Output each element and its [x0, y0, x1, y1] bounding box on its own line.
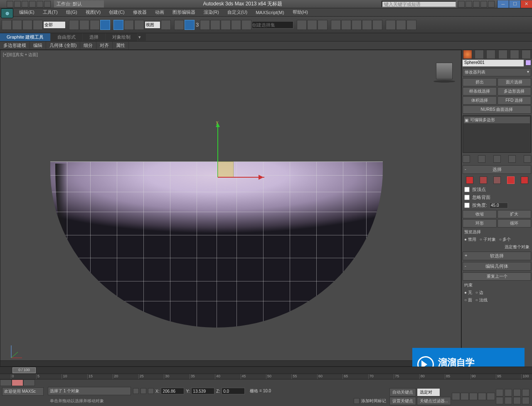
x-coord-input[interactable] — [161, 388, 184, 394]
constrain-none-radio[interactable]: ● 无 — [464, 290, 472, 296]
selection-lock-icon[interactable] — [148, 388, 154, 394]
keyboard-shortcut-icon[interactable] — [185, 20, 195, 30]
mirror-icon[interactable] — [297, 20, 307, 30]
workspace-selector[interactable]: 工作台: 默认 — [54, 0, 104, 7]
nav-pan-icon[interactable] — [496, 389, 503, 396]
timeline-ruler[interactable]: 0510152025303540455055606570758085909510… — [0, 374, 532, 379]
mod-volsel-button[interactable]: 体积选择 — [463, 96, 497, 105]
preview-subobj-radio[interactable]: ○ 子对象 — [480, 237, 496, 242]
ignoreback-checkbox[interactable] — [464, 195, 470, 200]
select-region-icon[interactable] — [90, 20, 100, 30]
ribbon-polymodel[interactable]: 多边形建模 — [0, 42, 30, 49]
pin-stack-icon[interactable] — [463, 155, 470, 163]
maximize-button[interactable]: ☐ — [509, 0, 520, 8]
trackbar-toggle2[interactable] — [12, 379, 23, 386]
object-name-field[interactable]: Sphere001 — [463, 60, 524, 66]
cp-tab-utilities-icon[interactable] — [522, 50, 531, 59]
curve-editor-icon[interactable] — [331, 20, 341, 30]
repeat-last-button[interactable]: 重复上一个 — [463, 272, 531, 281]
ribbon-subdiv[interactable]: 细分 — [80, 42, 96, 49]
menu-help[interactable]: 帮助(H) — [288, 8, 312, 16]
cp-tab-create-icon[interactable] — [463, 50, 472, 59]
help-icon[interactable] — [488, 1, 495, 7]
move-icon[interactable] — [113, 20, 123, 30]
so-edge-icon[interactable] — [480, 176, 487, 184]
ribbon-edit[interactable]: 编辑 — [30, 42, 46, 49]
nav-orbit-icon[interactable] — [505, 397, 512, 404]
layers-icon[interactable] — [318, 20, 328, 30]
ribbon-align[interactable]: 对齐 — [96, 42, 113, 49]
window-crossing-icon[interactable] — [100, 20, 110, 30]
keyfilter-button[interactable]: 关键点过滤器... — [417, 397, 451, 405]
so-border-icon[interactable] — [493, 176, 501, 184]
grow-button[interactable]: 扩大 — [498, 210, 532, 218]
editset-icon[interactable] — [241, 20, 251, 30]
object-color-swatch[interactable] — [525, 60, 531, 66]
menu-grapheditors[interactable]: 图形编辑器 — [168, 8, 200, 16]
pivot-icon[interactable] — [161, 20, 171, 30]
qat-redo-icon[interactable] — [37, 1, 43, 7]
ribbon-props[interactable]: 属性 — [113, 42, 129, 49]
timetag-icon[interactable] — [354, 398, 360, 404]
snap-icon[interactable] — [200, 20, 210, 30]
goto-start-icon[interactable] — [452, 393, 460, 400]
qat-undo-icon[interactable] — [29, 1, 36, 7]
menu-views[interactable]: 视图(V) — [81, 8, 105, 16]
spinner-snap-icon[interactable] — [231, 20, 241, 30]
timetag-label[interactable]: 添加时间标记 — [361, 398, 386, 404]
constrain-edge-radio[interactable]: ○ 边 — [475, 290, 483, 296]
menu-group[interactable]: 组(G) — [62, 8, 81, 16]
ring-button[interactable]: 环形 — [463, 219, 497, 227]
play-icon[interactable] — [469, 393, 478, 400]
setkey-button[interactable]: 设置关键点 — [389, 397, 416, 405]
ribbon-tab-freeform[interactable]: 自由形式 — [51, 33, 82, 41]
so-polygon-icon[interactable] — [507, 176, 515, 184]
render-prod-icon[interactable] — [386, 20, 396, 30]
modifier-list-dropdown[interactable]: 修改器列表▾ — [463, 68, 531, 76]
ribbon-tab-objectpaint[interactable]: 对象绘制 — [106, 33, 137, 41]
preview-multi-radio[interactable]: ○ 多个 — [499, 237, 511, 242]
qat-new-icon[interactable] — [7, 1, 13, 7]
rollout-softsel[interactable]: +软选择 — [463, 252, 531, 260]
viewport-front[interactable]: [+][前][真实 + 边面] y — [0, 50, 461, 367]
angle-snap-icon[interactable] — [210, 20, 220, 30]
viewport-scrollbar[interactable] — [0, 360, 461, 366]
manipulate-icon[interactable] — [174, 20, 184, 30]
percent-snap-icon[interactable] — [221, 20, 231, 30]
redo-icon[interactable] — [12, 20, 22, 30]
menu-tools[interactable]: 工具(T) — [39, 8, 62, 16]
mod-nurbssel-button[interactable]: NURBS 曲面选择 — [463, 105, 531, 114]
teapot-iterative-icon[interactable] — [406, 20, 416, 30]
teapot-render-icon[interactable] — [396, 20, 406, 30]
nav-maxtoggle-icon[interactable] — [513, 397, 521, 404]
angle-spinner[interactable] — [490, 203, 508, 208]
selection-filter-dropdown[interactable]: 全部 — [43, 21, 66, 29]
rollout-editgeom[interactable]: -编辑几何体 — [463, 262, 531, 271]
search-icon[interactable] — [458, 1, 465, 7]
ribbon-collapse-icon[interactable]: ▾ — [138, 34, 146, 41]
mod-ffdsel-button[interactable]: FFD 选择 — [498, 96, 532, 105]
configure-sets-icon[interactable] — [524, 155, 531, 163]
render-setup-icon[interactable] — [362, 20, 372, 30]
mod-splinesel-button[interactable]: 样条线选择 — [463, 87, 497, 95]
y-coord-input[interactable] — [191, 388, 214, 394]
refcoord-dropdown[interactable]: 视图 — [145, 21, 160, 29]
ribbon-tab-selection[interactable]: 选择 — [83, 33, 105, 41]
selection-set-input[interactable] — [252, 21, 293, 29]
next-frame-icon[interactable] — [478, 393, 486, 400]
align-icon[interactable] — [307, 20, 317, 30]
cp-tab-display-icon[interactable] — [510, 50, 519, 59]
nav-zoomext-icon[interactable] — [496, 397, 503, 404]
menu-animation[interactable]: 动画 — [151, 8, 168, 16]
time-slider-thumb[interactable]: 0 / 100 — [12, 367, 36, 373]
constrain-face-radio[interactable]: ○ 面 — [464, 297, 472, 303]
prev-frame-icon[interactable] — [461, 393, 469, 400]
link-icon[interactable] — [22, 20, 32, 30]
unique-icon[interactable] — [493, 155, 501, 163]
isolate-icon[interactable] — [140, 388, 146, 394]
nav-region-icon[interactable] — [522, 397, 530, 404]
lock-icon[interactable] — [133, 388, 139, 394]
trackbar-toggle1[interactable] — [0, 379, 12, 386]
qat-save-icon[interactable] — [22, 1, 28, 7]
modifier-stack[interactable]: ▣可编辑多边形 — [463, 115, 531, 153]
